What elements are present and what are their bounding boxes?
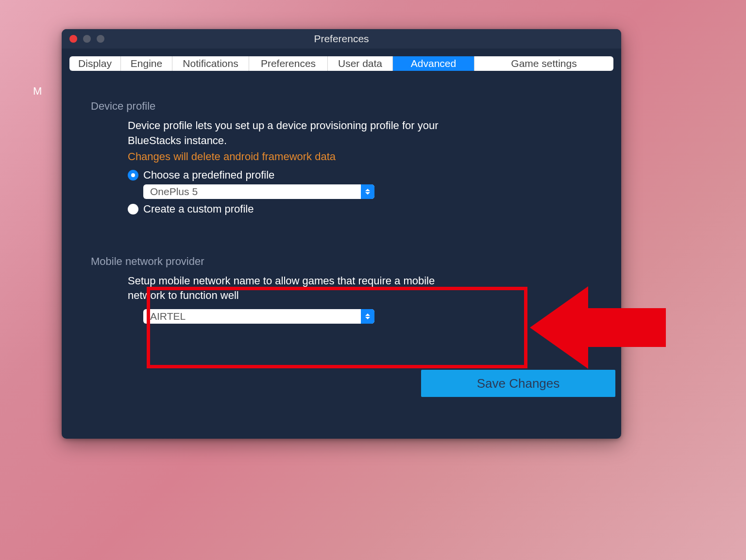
save-changes-button[interactable]: Save Changes (421, 370, 615, 397)
device-profile-description: Device profile lets you set up a device … (128, 118, 463, 148)
tab-notifications[interactable]: Notifications (172, 56, 249, 71)
radio-custom-profile[interactable]: Create a custom profile (128, 203, 592, 215)
tab-bar: Display Engine Notifications Preferences… (69, 56, 613, 71)
predefined-profile-select[interactable]: OnePlus 5 (143, 184, 374, 199)
radio-label: Choose a predefined profile (143, 169, 274, 181)
chevron-down-icon (365, 192, 370, 195)
titlebar: Preferences (62, 29, 621, 49)
mobile-network-heading: Mobile network provider (91, 255, 592, 268)
close-button[interactable] (69, 35, 77, 43)
device-profile-warning: Changes will delete android framework da… (128, 150, 592, 163)
chevron-down-icon (365, 317, 370, 319)
radio-icon (128, 170, 138, 181)
select-handle-icon (361, 309, 374, 324)
tab-user-data[interactable]: User data (328, 56, 393, 71)
traffic-lights (69, 35, 104, 43)
chevron-up-icon (365, 313, 370, 316)
mobile-network-select[interactable]: AIRTEL (143, 309, 374, 324)
content-area: Device profile Device profile lets you s… (62, 71, 621, 324)
tab-game-settings[interactable]: Game settings (475, 56, 613, 71)
mobile-network-description: Setup mobile network name to allow games… (128, 274, 448, 304)
window-title: Preferences (62, 33, 621, 45)
select-value: OnePlus 5 (143, 186, 198, 198)
device-profile-heading: Device profile (91, 100, 592, 113)
select-value: AIRTEL (143, 311, 186, 322)
radio-label: Create a custom profile (143, 203, 254, 215)
minimize-button[interactable] (83, 35, 91, 43)
tab-preferences[interactable]: Preferences (249, 56, 328, 71)
maximize-button[interactable] (97, 35, 104, 43)
tab-engine[interactable]: Engine (121, 56, 172, 71)
select-handle-icon (361, 184, 374, 199)
tab-advanced[interactable]: Advanced (393, 56, 475, 71)
tab-display[interactable]: Display (69, 56, 121, 71)
desktop-label: M (33, 85, 42, 98)
chevron-up-icon (365, 189, 370, 191)
radio-predefined-profile[interactable]: Choose a predefined profile (128, 169, 592, 181)
preferences-window: Preferences Display Engine Notifications… (62, 29, 621, 439)
radio-icon (128, 204, 138, 214)
